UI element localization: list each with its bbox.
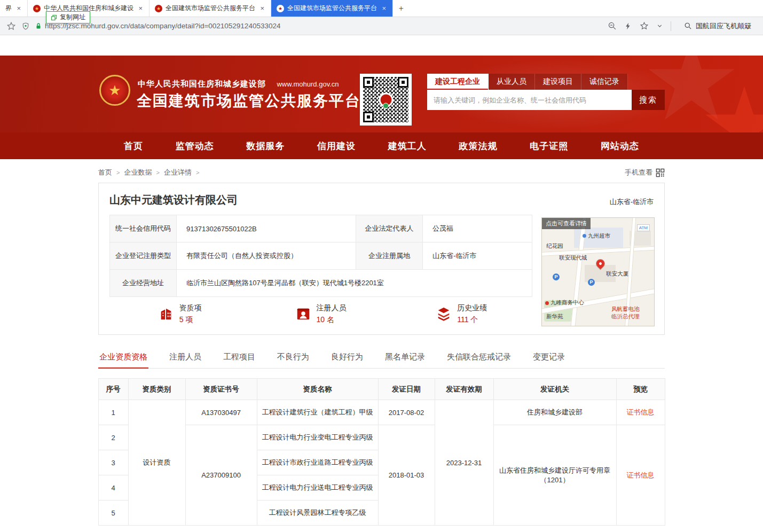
- copy-url-label: 复制网址: [60, 13, 85, 22]
- map-thumbnail[interactable]: 点击可查看详情 九州超市 ATM 纪花园 联安现代城 P P 联安大厦 九峰商务…: [541, 217, 655, 326]
- stat-qualifications[interactable]: 资质项 5 项: [109, 303, 250, 325]
- poi-dot-icon: [545, 301, 549, 305]
- col-header-cert-no: 资质证书号: [185, 379, 257, 400]
- tab-blacklist[interactable]: 黑名单记录: [384, 348, 426, 368]
- banner-star-decoration: ★: [699, 74, 763, 132]
- browser-tab-jzsc-active[interactable]: ★ 全国建筑市场监管公共服务平台 ×: [271, 0, 393, 17]
- close-icon[interactable]: ×: [381, 5, 387, 12]
- nav-policies[interactable]: 政策法规: [459, 140, 498, 152]
- col-header-name: 资质名称: [257, 379, 378, 400]
- layers-icon: [436, 306, 452, 322]
- search-tab-project[interactable]: 建设项目: [535, 74, 581, 90]
- tab-good-behavior[interactable]: 良好行为: [330, 348, 364, 368]
- col-header-issue-date: 发证日期: [378, 379, 435, 400]
- chevron-down-icon[interactable]: [656, 22, 663, 29]
- breadcrumb-row: 首页 > 企业数据 > 企业详情 > 手机查看: [98, 168, 665, 177]
- search-tab-enterprise[interactable]: 建设工程企业: [427, 74, 489, 90]
- stat-historical-projects[interactable]: 历史业绩 111 个: [391, 303, 532, 325]
- nav-supervision-news[interactable]: 监管动态: [176, 140, 214, 152]
- search-button[interactable]: 搜索: [632, 90, 665, 110]
- site-header: ★ ★ ★ 中华人民共和国住房和城乡建设部 www.mohurd.gov.cn …: [0, 56, 763, 132]
- tab-projects[interactable]: 工程项目: [222, 348, 256, 368]
- platform-title: 全国建筑市场监管公共服务平台: [137, 91, 361, 111]
- nav-credit-building[interactable]: 信用建设: [317, 140, 356, 152]
- url-box[interactable]: https://jzsc.mohurd.gov.cn/data/company/…: [35, 22, 602, 30]
- cell-preview: 证书信息: [616, 400, 665, 425]
- favorite-star-icon[interactable]: [640, 21, 649, 30]
- table-row: 1 设计资质 A137030497 工程设计建筑行业（建筑工程）甲级 2017-…: [98, 400, 665, 425]
- cell-validity: 2023-12-31: [435, 400, 493, 526]
- national-emblem-logo: ★: [99, 75, 130, 106]
- breadcrumb-home[interactable]: 首页: [98, 168, 112, 177]
- reg-region-value: 山东省-临沂市: [423, 242, 532, 270]
- tab-registered-personnel[interactable]: 注册人员: [168, 348, 202, 368]
- personnel-badge-icon: [295, 306, 311, 322]
- breadcrumb: 首页 > 企业数据 > 企业详情 >: [98, 168, 199, 177]
- map-label-battery-2: 临沂总代理: [611, 313, 640, 320]
- field-label: 企业经营地址: [110, 270, 177, 297]
- site-safety-shield-icon[interactable]: [21, 22, 30, 30]
- stat-label: 资质项: [179, 303, 202, 313]
- search-tab-credit[interactable]: 诚信记录: [581, 74, 628, 90]
- nav-data-service[interactable]: 数据服务: [246, 140, 285, 152]
- qualification-table: 序号 资质类别 资质证书号 资质名称 发证日期 发证有效期 发证机关 预览 1 …: [98, 378, 665, 526]
- tab-qualifications[interactable]: 企业资质资格: [98, 348, 148, 369]
- tab-change-records[interactable]: 变更记录: [532, 348, 566, 368]
- table-header-row: 序号 资质类别 资质证书号 资质名称 发证日期 发证有效期 发证机关 预览: [98, 379, 665, 400]
- stat-value: 5 项: [179, 315, 202, 325]
- map-label-xinhua: 新华苑: [546, 313, 563, 320]
- site-favicon-icon: ★: [277, 5, 284, 12]
- stat-registered-personnel[interactable]: 注册人员 10 名: [250, 303, 391, 325]
- browser-address-bar: https://jzsc.mohurd.gov.cn/data/company/…: [0, 17, 763, 35]
- breadcrumb-current: 企业详情: [164, 168, 192, 177]
- col-header-validity: 发证有效期: [435, 379, 493, 400]
- browser-tab-partial[interactable]: 界 ×: [0, 0, 28, 17]
- certificate-info-link[interactable]: 证书信息: [627, 408, 655, 416]
- map-label-supermarket: 九州超市: [588, 232, 610, 240]
- map-label-business-center: 九峰商务中心: [550, 299, 584, 307]
- nav-site-news[interactable]: 网站动态: [601, 140, 639, 152]
- copy-icon: [51, 14, 57, 21]
- new-tab-button[interactable]: ＋: [393, 0, 409, 17]
- mobile-view-link[interactable]: 手机查看: [625, 168, 665, 177]
- close-icon[interactable]: ×: [137, 5, 144, 12]
- field-label: 企业法定代表人: [356, 215, 423, 242]
- bookmark-star-icon[interactable]: [6, 21, 16, 31]
- certificate-info-link[interactable]: 证书信息: [627, 471, 655, 479]
- qr-finder-icon: [363, 77, 374, 88]
- ministry-line: 中华人民共和国住房和城乡建设部 www.mohurd.gov.cn: [138, 79, 339, 89]
- nav-home[interactable]: 首页: [124, 140, 143, 152]
- speed-mode-lightning-icon[interactable]: [624, 22, 632, 30]
- zoom-icon[interactable]: [608, 21, 617, 30]
- qr-finder-icon: [398, 77, 408, 88]
- map-label-tower: 联安大厦: [606, 270, 628, 278]
- poi-dot-icon: [583, 234, 586, 238]
- site-favicon-icon: ★: [155, 5, 162, 12]
- hot-search-text: 国航回应飞机颠簸: [696, 21, 751, 31]
- cell-name: 工程设计市政行业道路工程专业丙级: [257, 450, 378, 475]
- browser-tab-jzsc-1[interactable]: ★ 全国建筑市场监管公共服务平台 ×: [150, 0, 271, 17]
- qr-code: [360, 74, 412, 126]
- stat-value: 111 个: [457, 315, 487, 325]
- nav-e-certificates[interactable]: 电子证照: [530, 140, 568, 152]
- map-hint-label: 点击可查看详情: [542, 218, 591, 229]
- close-icon[interactable]: ×: [259, 5, 265, 12]
- breadcrumb-company-data[interactable]: 企业数据: [124, 168, 152, 177]
- search-tab-personnel[interactable]: 从业人员: [489, 74, 535, 90]
- map-label-battery-1: 风帆蓄电池: [611, 306, 640, 312]
- close-icon[interactable]: ×: [15, 5, 22, 12]
- browser-quick-search[interactable]: 国航回应飞机颠簸: [679, 19, 757, 33]
- nav-construction-workers[interactable]: 建筑工人: [388, 140, 427, 152]
- cell-serial: 2: [98, 425, 128, 450]
- site-favicon-icon: ★: [33, 5, 41, 12]
- keyword-input[interactable]: [427, 90, 632, 110]
- https-lock-icon: [35, 22, 42, 30]
- tab-bad-behavior[interactable]: 不良行为: [276, 348, 310, 368]
- map-label-modern-city: 联安现代城: [559, 254, 587, 262]
- copy-url-tooltip[interactable]: 复制网址: [46, 11, 90, 24]
- tab-dishonesty-records[interactable]: 失信联合惩戒记录: [446, 348, 512, 368]
- reg-type-value: 有限责任公司（自然人投资或控股）: [177, 242, 356, 270]
- tab-title: 界: [5, 4, 12, 13]
- legal-rep-value: 公茂福: [423, 215, 532, 242]
- main-navigation: 首页 监管动态 数据服务 信用建设 建筑工人 政策法规 电子证照 网站动态: [0, 132, 763, 159]
